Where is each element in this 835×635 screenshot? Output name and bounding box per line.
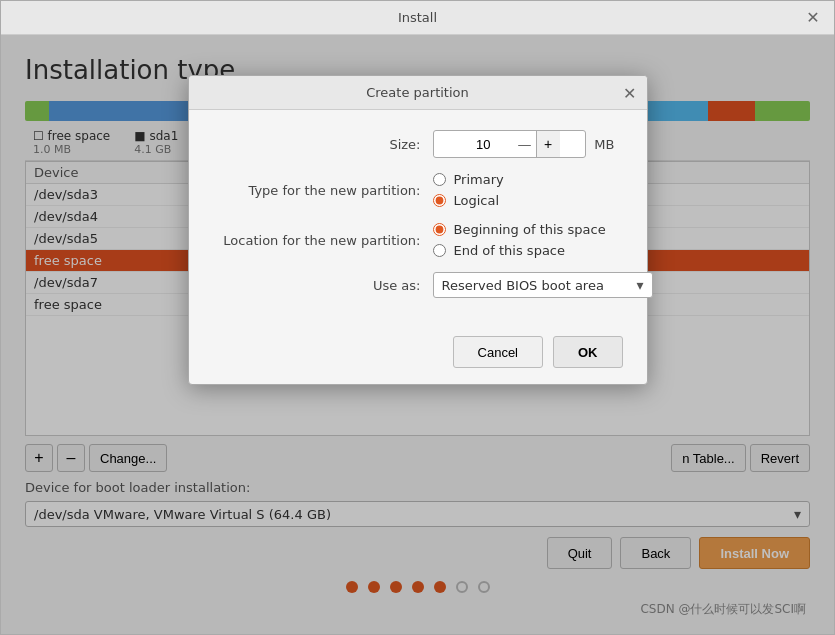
modal-overlay: Create partition ✕ Size: — + <box>1 35 834 634</box>
location-beginning-label: Beginning of this space <box>454 222 606 237</box>
use-as-label: Use as: <box>213 278 433 293</box>
use-as-dropdown[interactable]: Reserved BIOS boot area ▾ <box>433 272 653 298</box>
main-window: Install ✕ Installation type ☐ free space… <box>0 0 835 635</box>
create-partition-dialog: Create partition ✕ Size: — + <box>188 75 648 385</box>
type-primary-option[interactable]: Primary <box>433 172 623 187</box>
size-control: — + <box>433 130 587 158</box>
modal-title: Create partition <box>366 85 469 100</box>
location-beginning-radio[interactable] <box>433 223 446 236</box>
type-options: Primary Logical <box>433 172 623 208</box>
location-end-radio[interactable] <box>433 244 446 257</box>
type-primary-radio[interactable] <box>433 173 446 186</box>
location-label: Location for the new partition: <box>213 233 433 248</box>
location-end-option[interactable]: End of this space <box>433 243 623 258</box>
location-options: Beginning of this space End of this spac… <box>433 222 623 258</box>
main-content: Installation type ☐ free space1.0 MB■ sd… <box>1 35 834 634</box>
type-label: Type for the new partition: <box>213 183 433 198</box>
size-row: Size: — + MB <box>213 130 623 158</box>
size-input-group: — + <box>433 130 587 158</box>
size-unit: MB <box>586 137 622 152</box>
type-logical-label: Logical <box>454 193 500 208</box>
use-as-control: Reserved BIOS boot area ▾ <box>433 272 653 298</box>
type-primary-label: Primary <box>454 172 504 187</box>
type-row: Type for the new partition: Primary Logi… <box>213 172 623 208</box>
size-separator: — <box>514 136 536 152</box>
location-row: Location for the new partition: Beginnin… <box>213 222 623 258</box>
modal-footer: Cancel OK <box>189 328 647 384</box>
window-title: Install <box>398 10 437 25</box>
size-input[interactable] <box>434 133 514 156</box>
modal-titlebar: Create partition ✕ <box>189 76 647 110</box>
ok-button[interactable]: OK <box>553 336 623 368</box>
location-end-label: End of this space <box>454 243 566 258</box>
size-increment-button[interactable]: + <box>536 131 560 157</box>
modal-body: Size: — + MB Type for the new partiti <box>189 110 647 328</box>
type-logical-option[interactable]: Logical <box>433 193 623 208</box>
location-beginning-option[interactable]: Beginning of this space <box>433 222 623 237</box>
size-label: Size: <box>213 137 433 152</box>
modal-close-button[interactable]: ✕ <box>623 83 636 102</box>
window-close-button[interactable]: ✕ <box>804 9 822 27</box>
use-as-row: Use as: Reserved BIOS boot area ▾ <box>213 272 623 298</box>
use-as-value: Reserved BIOS boot area <box>442 278 637 293</box>
cancel-button[interactable]: Cancel <box>453 336 543 368</box>
titlebar: Install ✕ <box>1 1 834 35</box>
use-as-chevron-icon: ▾ <box>636 277 643 293</box>
type-logical-radio[interactable] <box>433 194 446 207</box>
